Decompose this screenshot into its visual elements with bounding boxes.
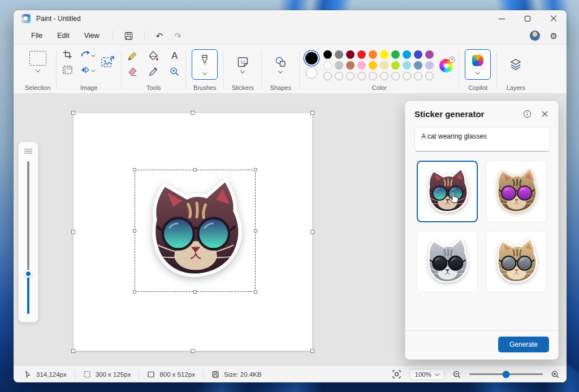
zoom-level-dropdown[interactable]: 100% (409, 369, 444, 380)
maximize-button[interactable] (515, 10, 541, 27)
custom-color-slot[interactable] (380, 72, 388, 80)
background-color-swatch[interactable] (306, 67, 317, 79)
rotate-button[interactable] (80, 49, 95, 60)
color-swatch[interactable] (380, 50, 388, 59)
pencil-icon[interactable] (127, 50, 138, 61)
color-swatch[interactable] (357, 61, 366, 70)
canvas-resize-handle[interactable] (71, 111, 75, 115)
text-tool-icon[interactable]: A (171, 51, 178, 61)
canvas-resize-handle[interactable] (191, 111, 195, 115)
sticker-result-1[interactable] (417, 161, 478, 222)
thickness-slider-track[interactable] (27, 161, 29, 314)
selection-resize-handle[interactable] (254, 229, 257, 232)
canvas-resize-handle[interactable] (310, 111, 314, 115)
shapes-button[interactable] (267, 49, 293, 80)
canvas[interactable] (74, 113, 312, 351)
custom-color-slot[interactable] (335, 72, 343, 80)
menu-file[interactable]: File (24, 29, 50, 42)
prompt-input[interactable]: A cat wearing glasses (414, 127, 550, 152)
color-swatch[interactable] (391, 50, 400, 59)
color-swatch[interactable] (323, 61, 332, 70)
toolbar: Selection (14, 44, 567, 94)
close-button[interactable] (541, 10, 567, 27)
custom-color-slot[interactable] (414, 72, 422, 80)
color-swatch[interactable] (357, 50, 366, 59)
selection-resize-handle[interactable] (254, 168, 257, 171)
color-swatch[interactable] (369, 50, 377, 59)
resize-image-icon[interactable] (101, 55, 115, 70)
selection-resize-handle[interactable] (133, 290, 136, 294)
save-button[interactable] (119, 31, 139, 41)
edit-colors-wheel[interactable]: + (439, 59, 453, 72)
account-avatar[interactable] (530, 31, 540, 41)
sticker-selection[interactable] (135, 170, 256, 292)
color-swatch[interactable] (346, 50, 355, 59)
selection-resize-handle[interactable] (193, 168, 197, 171)
fill-color-icon[interactable] (148, 50, 159, 61)
canvas-resize-handle[interactable] (71, 349, 75, 353)
fit-to-screen-icon[interactable] (392, 369, 401, 379)
custom-color-slot[interactable] (425, 72, 434, 80)
settings-gear-icon[interactable]: ⚙ (550, 32, 558, 40)
custom-color-slot[interactable] (403, 72, 411, 80)
color-swatch[interactable] (380, 61, 388, 70)
eraser-icon[interactable] (127, 66, 138, 77)
sticker-result-4[interactable] (486, 231, 547, 292)
canvas-resize-handle[interactable] (310, 349, 314, 353)
generate-button[interactable]: Generate (498, 337, 549, 352)
thickness-slider-panel (18, 141, 38, 322)
sticker-result-3[interactable] (417, 231, 478, 292)
custom-color-slot[interactable] (391, 72, 400, 80)
color-swatch[interactable] (346, 61, 355, 70)
selection-resize-handle[interactable] (193, 290, 197, 294)
color-swatch[interactable] (403, 50, 411, 59)
selection-resize-handle[interactable] (133, 229, 136, 232)
undo-button[interactable]: ↶ (150, 31, 169, 41)
color-swatch[interactable] (391, 61, 400, 70)
selection-resize-handle[interactable] (254, 290, 257, 294)
brushes-button[interactable] (192, 49, 218, 80)
custom-color-slot[interactable] (357, 72, 366, 80)
color-swatch[interactable] (403, 61, 411, 70)
thickness-slider-thumb[interactable] (24, 270, 32, 278)
color-swatch[interactable] (323, 50, 332, 59)
remove-background-icon[interactable] (62, 64, 73, 75)
zoom-slider-thumb[interactable] (503, 371, 510, 378)
zoom-in-icon[interactable] (551, 370, 560, 379)
canvas-resize-handle[interactable] (71, 230, 75, 234)
foreground-color-swatch[interactable] (305, 52, 318, 64)
color-swatch[interactable] (335, 61, 343, 70)
custom-color-slot[interactable] (369, 72, 377, 80)
flip-button[interactable] (80, 64, 95, 75)
sticker-result-2[interactable] (486, 161, 547, 222)
copilot-button[interactable] (465, 49, 491, 80)
zoom-slider[interactable] (469, 373, 543, 375)
cursor-position-value: 314,124px (36, 371, 67, 378)
panel-close-icon[interactable] (541, 110, 549, 118)
color-swatch[interactable] (335, 50, 343, 59)
magnifier-icon[interactable] (169, 66, 180, 77)
custom-color-slot[interactable] (346, 72, 355, 80)
selection-size-value: 300 x 125px (96, 371, 131, 378)
color-swatch[interactable] (414, 61, 422, 70)
color-swatch[interactable] (425, 50, 434, 59)
color-swatch[interactable] (414, 50, 422, 59)
menu-view[interactable]: View (77, 29, 107, 42)
canvas-resize-handle[interactable] (191, 349, 195, 353)
zoom-out-icon[interactable] (452, 370, 461, 379)
minimize-button[interactable] (489, 10, 515, 27)
canvas-resize-handle[interactable] (310, 230, 314, 234)
info-icon[interactable] (523, 110, 532, 118)
color-picker-icon[interactable] (148, 66, 159, 77)
stickers-button[interactable] (230, 49, 256, 80)
color-swatch[interactable] (369, 61, 377, 70)
color-swatch[interactable] (425, 61, 434, 70)
crop-icon[interactable] (62, 49, 73, 60)
menu-edit[interactable]: Edit (50, 29, 77, 42)
selection-tool[interactable] (29, 49, 46, 72)
layers-button[interactable] (503, 49, 529, 80)
redo-button[interactable]: ↷ (168, 31, 187, 41)
selection-resize-handle[interactable] (133, 168, 136, 171)
custom-color-slot[interactable] (323, 72, 332, 80)
tools-group-label: Tools (146, 83, 161, 91)
